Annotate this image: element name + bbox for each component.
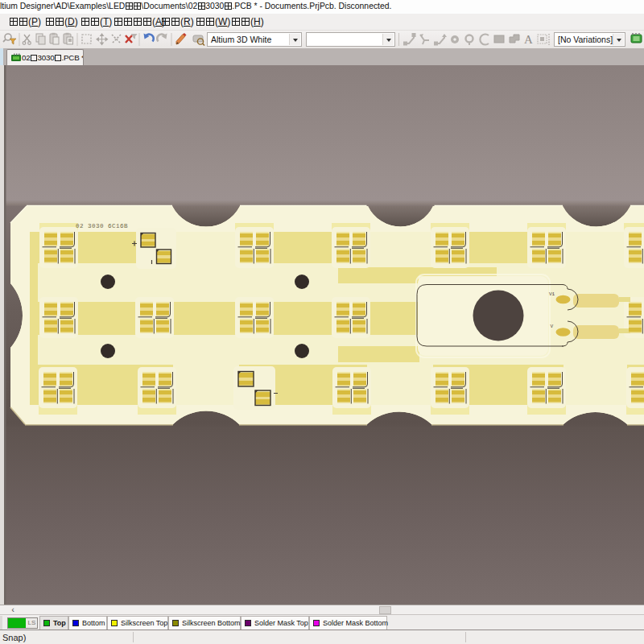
svg-text:V1: V1 xyxy=(549,291,555,297)
svg-text:V: V xyxy=(551,324,554,329)
svg-text:A: A xyxy=(524,33,533,46)
svg-text:02 3030 6C16B: 02 3030 6C16B xyxy=(76,223,128,229)
